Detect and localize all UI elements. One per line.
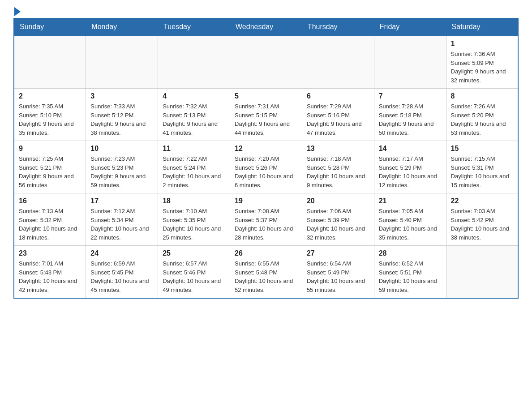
page-header — [13, 9, 519, 13]
day-number: 26 — [235, 249, 297, 257]
day-number: 9 — [19, 145, 81, 153]
day-number: 14 — [379, 145, 442, 153]
day-info: Sunrise: 7:22 AM Sunset: 5:24 PM Dayligh… — [163, 154, 225, 189]
day-number: 27 — [307, 249, 369, 257]
calendar-cell: 22Sunrise: 7:03 AM Sunset: 5:42 PM Dayli… — [446, 193, 518, 246]
day-number: 11 — [163, 145, 225, 153]
day-info: Sunrise: 7:25 AM Sunset: 5:21 PM Dayligh… — [19, 154, 81, 189]
calendar-cell: 12Sunrise: 7:20 AM Sunset: 5:26 PM Dayli… — [230, 141, 302, 193]
calendar-cell: 14Sunrise: 7:17 AM Sunset: 5:29 PM Dayli… — [374, 141, 446, 193]
day-info: Sunrise: 6:52 AM Sunset: 5:51 PM Dayligh… — [379, 259, 442, 294]
day-number: 16 — [19, 197, 81, 205]
day-info: Sunrise: 7:12 AM Sunset: 5:34 PM Dayligh… — [90, 207, 153, 242]
day-info: Sunrise: 7:06 AM Sunset: 5:39 PM Dayligh… — [307, 207, 369, 242]
calendar-cell: 15Sunrise: 7:15 AM Sunset: 5:31 PM Dayli… — [446, 141, 518, 193]
weekday-header-saturday: Saturday — [446, 18, 518, 36]
day-info: Sunrise: 7:15 AM Sunset: 5:31 PM Dayligh… — [451, 154, 513, 189]
weekday-header-monday: Monday — [86, 18, 158, 36]
logo — [13, 9, 21, 13]
week-row-1: 1Sunrise: 7:36 AM Sunset: 5:09 PM Daylig… — [14, 36, 518, 89]
day-info: Sunrise: 7:05 AM Sunset: 5:40 PM Dayligh… — [379, 207, 442, 242]
calendar-cell — [446, 246, 518, 299]
calendar-cell: 16Sunrise: 7:13 AM Sunset: 5:32 PM Dayli… — [14, 193, 86, 246]
day-number: 8 — [451, 92, 513, 100]
day-number: 22 — [451, 197, 513, 205]
calendar-cell — [158, 36, 230, 89]
calendar-cell — [14, 36, 86, 89]
weekday-header-row: SundayMondayTuesdayWednesdayThursdayFrid… — [14, 18, 518, 36]
day-number: 13 — [307, 145, 369, 153]
day-info: Sunrise: 7:31 AM Sunset: 5:15 PM Dayligh… — [235, 102, 297, 137]
calendar-cell — [86, 36, 158, 89]
day-number: 28 — [379, 249, 442, 257]
day-info: Sunrise: 7:17 AM Sunset: 5:29 PM Dayligh… — [379, 154, 442, 189]
calendar-cell: 8Sunrise: 7:26 AM Sunset: 5:20 PM Daylig… — [446, 89, 518, 141]
day-info: Sunrise: 7:35 AM Sunset: 5:10 PM Dayligh… — [19, 102, 81, 137]
calendar-cell: 21Sunrise: 7:05 AM Sunset: 5:40 PM Dayli… — [374, 193, 446, 246]
day-number: 12 — [235, 145, 297, 153]
logo-arrow-icon — [14, 7, 21, 16]
weekday-header-tuesday: Tuesday — [158, 18, 230, 36]
day-number: 5 — [235, 92, 297, 100]
weekday-header-wednesday: Wednesday — [230, 18, 302, 36]
calendar-cell: 28Sunrise: 6:52 AM Sunset: 5:51 PM Dayli… — [374, 246, 446, 299]
day-info: Sunrise: 7:18 AM Sunset: 5:28 PM Dayligh… — [307, 154, 369, 189]
weekday-header-sunday: Sunday — [14, 18, 86, 36]
calendar-cell: 11Sunrise: 7:22 AM Sunset: 5:24 PM Dayli… — [158, 141, 230, 193]
day-info: Sunrise: 7:10 AM Sunset: 5:35 PM Dayligh… — [163, 207, 225, 242]
calendar-cell: 9Sunrise: 7:25 AM Sunset: 5:21 PM Daylig… — [14, 141, 86, 193]
day-number: 20 — [307, 197, 369, 205]
calendar-cell — [374, 36, 446, 89]
day-info: Sunrise: 7:32 AM Sunset: 5:13 PM Dayligh… — [163, 102, 225, 137]
day-info: Sunrise: 6:54 AM Sunset: 5:49 PM Dayligh… — [307, 259, 369, 294]
week-row-2: 2Sunrise: 7:35 AM Sunset: 5:10 PM Daylig… — [14, 89, 518, 141]
day-number: 19 — [235, 197, 297, 205]
day-number: 18 — [163, 197, 225, 205]
day-info: Sunrise: 7:13 AM Sunset: 5:32 PM Dayligh… — [19, 207, 81, 242]
calendar-cell — [230, 36, 302, 89]
day-info: Sunrise: 7:36 AM Sunset: 5:09 PM Dayligh… — [451, 50, 513, 85]
calendar-cell: 24Sunrise: 6:59 AM Sunset: 5:45 PM Dayli… — [86, 246, 158, 299]
week-row-3: 9Sunrise: 7:25 AM Sunset: 5:21 PM Daylig… — [14, 141, 518, 193]
day-number: 4 — [163, 92, 225, 100]
calendar-cell: 27Sunrise: 6:54 AM Sunset: 5:49 PM Dayli… — [302, 246, 374, 299]
calendar-cell: 7Sunrise: 7:28 AM Sunset: 5:18 PM Daylig… — [374, 89, 446, 141]
calendar-cell: 26Sunrise: 6:55 AM Sunset: 5:48 PM Dayli… — [230, 246, 302, 299]
day-info: Sunrise: 7:28 AM Sunset: 5:18 PM Dayligh… — [379, 102, 442, 137]
day-info: Sunrise: 6:55 AM Sunset: 5:48 PM Dayligh… — [235, 259, 297, 294]
weekday-header-thursday: Thursday — [302, 18, 374, 36]
day-info: Sunrise: 7:01 AM Sunset: 5:43 PM Dayligh… — [19, 259, 81, 294]
day-info: Sunrise: 7:23 AM Sunset: 5:23 PM Dayligh… — [90, 154, 153, 189]
day-info: Sunrise: 7:20 AM Sunset: 5:26 PM Dayligh… — [235, 154, 297, 189]
calendar-cell: 25Sunrise: 6:57 AM Sunset: 5:46 PM Dayli… — [158, 246, 230, 299]
day-number: 24 — [90, 249, 153, 257]
calendar-cell: 1Sunrise: 7:36 AM Sunset: 5:09 PM Daylig… — [446, 36, 518, 89]
day-number: 2 — [19, 92, 81, 100]
day-number: 15 — [451, 145, 513, 153]
day-number: 1 — [451, 40, 513, 48]
day-info: Sunrise: 7:08 AM Sunset: 5:37 PM Dayligh… — [235, 207, 297, 242]
day-number: 6 — [307, 92, 369, 100]
day-number: 21 — [379, 197, 442, 205]
calendar-cell: 6Sunrise: 7:29 AM Sunset: 5:16 PM Daylig… — [302, 89, 374, 141]
calendar-cell: 4Sunrise: 7:32 AM Sunset: 5:13 PM Daylig… — [158, 89, 230, 141]
calendar-cell: 2Sunrise: 7:35 AM Sunset: 5:10 PM Daylig… — [14, 89, 86, 141]
day-number: 25 — [163, 249, 225, 257]
day-number: 17 — [90, 197, 153, 205]
calendar-cell: 13Sunrise: 7:18 AM Sunset: 5:28 PM Dayli… — [302, 141, 374, 193]
calendar-cell: 10Sunrise: 7:23 AM Sunset: 5:23 PM Dayli… — [86, 141, 158, 193]
week-row-4: 16Sunrise: 7:13 AM Sunset: 5:32 PM Dayli… — [14, 193, 518, 246]
day-info: Sunrise: 7:26 AM Sunset: 5:20 PM Dayligh… — [451, 102, 513, 137]
calendar-cell: 23Sunrise: 7:01 AM Sunset: 5:43 PM Dayli… — [14, 246, 86, 299]
day-number: 3 — [90, 92, 153, 100]
day-info: Sunrise: 6:57 AM Sunset: 5:46 PM Dayligh… — [163, 259, 225, 294]
weekday-header-friday: Friday — [374, 18, 446, 36]
calendar-cell: 5Sunrise: 7:31 AM Sunset: 5:15 PM Daylig… — [230, 89, 302, 141]
calendar-table: SundayMondayTuesdayWednesdayThursdayFrid… — [13, 18, 519, 299]
calendar-cell: 20Sunrise: 7:06 AM Sunset: 5:39 PM Dayli… — [302, 193, 374, 246]
day-number: 7 — [379, 92, 442, 100]
calendar-cell — [302, 36, 374, 89]
calendar-cell: 3Sunrise: 7:33 AM Sunset: 5:12 PM Daylig… — [86, 89, 158, 141]
calendar-cell: 19Sunrise: 7:08 AM Sunset: 5:37 PM Dayli… — [230, 193, 302, 246]
day-info: Sunrise: 7:29 AM Sunset: 5:16 PM Dayligh… — [307, 102, 369, 137]
